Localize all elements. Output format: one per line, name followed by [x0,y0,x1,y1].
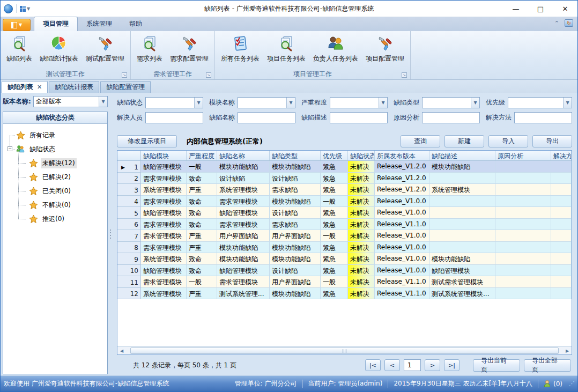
grid-cell[interactable]: 设计缺陷 [217,173,270,184]
application-menu-button[interactable]: ▼ [3,19,31,31]
grid-cell[interactable]: 测试需求管理模块 [429,276,495,288]
ribbon-button-负责人任务列表[interactable]: 负责人任务列表 [309,32,362,64]
row-selector-cell[interactable]: 12 [117,288,141,300]
grid-cell[interactable]: 系统管理模块 [141,253,187,265]
tree-item-已解决(2)[interactable]: 已解决(2) [6,170,106,184]
grid-row[interactable]: 12系统管理模块严重测试系统管理...模块功能缺陷紧急未解决Release_V1… [117,288,572,300]
grid-cell[interactable]: 致命 [187,173,217,184]
prev-page-button[interactable]: < [384,359,400,371]
row-selector-cell[interactable]: 8 [117,242,141,254]
grid-column-header-解决方法[interactable]: 解决方法 [551,151,572,160]
first-page-button[interactable]: |< [365,359,381,371]
action-button-查询[interactable]: 查询 [401,135,440,147]
grid-cell[interactable]: 未解决 [348,184,375,196]
ribbon-button-项目任务列表[interactable]: 项目任务列表 [263,32,309,64]
collapse-ribbon-icon[interactable]: ⌃ [554,20,559,27]
grid-cell[interactable] [495,207,551,219]
grid-cell[interactable]: 未解决 [348,276,375,288]
grid-cell[interactable]: 模块功能缺陷 [429,253,495,265]
grid-cell[interactable] [551,276,572,288]
chevron-down-icon[interactable]: ▼ [379,98,387,108]
scroll-left-icon[interactable]: ◀ [117,347,126,354]
last-page-button[interactable]: >| [444,359,460,371]
grid-cell[interactable] [551,161,572,173]
grid-cell[interactable]: 缺陷管理模块 [141,161,187,173]
grid-cell[interactable]: 紧急 [321,184,348,196]
grid-cell[interactable]: Release_V1.0.0 [375,207,429,219]
grid-cell[interactable]: 测试系统管理模块... [429,288,495,300]
tree-item-已关闭(0)[interactable]: 已关闭(0) [6,184,106,198]
version-select[interactable]: 全部版本 ▼ [33,96,108,107]
grid-row[interactable]: 7需求管理模块严重用户界面缺陷用户界面缺陷一般未解决Release_V1.0.0 [117,230,572,242]
grid-column-header-缺陷描述[interactable]: 缺陷描述 [429,151,495,160]
close-icon[interactable]: ✕ [37,84,42,91]
grid-column-header-所属发布版本[interactable]: 所属发布版本 [375,151,429,160]
grid-row[interactable]: 8需求管理模块严重模块功能缺陷模块功能缺陷紧急未解决Release_V1.0.0 [117,242,572,254]
filter-select-优先级[interactable]: ▼ [508,97,572,108]
grid-cell[interactable]: 一般 [321,196,348,208]
grid-cell[interactable]: 严重 [187,230,217,242]
grid-row[interactable]: 10缺陷管理模块致命缺陷管理模块设计缺陷紧急未解决Release_V1.0.0缺… [117,265,572,277]
grid-cell[interactable] [495,161,551,173]
row-selector-cell[interactable]: 3 [117,184,141,196]
export-current-page-button[interactable]: 导出当前页 [473,359,520,372]
grid-cell[interactable]: 致命 [187,265,217,277]
grid-cell[interactable]: 致命 [187,207,217,219]
grid-cell[interactable]: 系统管理模块 [217,184,270,196]
grid-cell[interactable]: 紧急 [321,288,348,300]
grid-cell[interactable]: 模块功能缺陷 [270,161,321,173]
grid-cell[interactable]: 致命 [187,253,217,265]
grid-cell[interactable]: 缺陷管理模块 [141,265,187,277]
filter-input-原因分析[interactable] [422,112,480,123]
grid-cell[interactable] [495,196,551,208]
grid-cell[interactable] [551,242,572,254]
grid-cell[interactable]: 紧急 [321,242,348,254]
grid-cell[interactable] [551,265,572,277]
ribbon-button-所有任务列表[interactable]: 所有任务列表 [217,32,263,64]
grid-cell[interactable]: 需求管理模块 [217,276,270,288]
grid-cell[interactable]: 致命 [187,219,217,231]
grid-cell[interactable]: 用户界面缺陷 [217,230,270,242]
chevron-down-icon[interactable]: ▼ [194,98,203,108]
grid-row[interactable]: ▶1缺陷管理模块一般模块功能缺陷模块功能缺陷紧急未解决Release_V1.2.… [117,161,572,173]
grid-cell[interactable] [495,253,551,265]
close-button[interactable]: ✕ [553,1,577,17]
ribbon-button-需求列表[interactable]: 需求列表 [133,32,166,64]
dialog-launcher-icon[interactable]: ↘ [206,72,211,78]
grid-row[interactable]: 5缺陷管理模块致命缺陷管理模块设计缺陷紧急未解决Release_V1.0.0 [117,207,572,219]
tree-item-未解决(12)[interactable]: 未解决(12) [6,156,106,170]
splitter-handle[interactable] [108,93,113,375]
filter-input-缺陷名称[interactable] [238,112,295,123]
grid-column-header-缺陷类型[interactable]: 缺陷类型 [270,151,321,160]
grid-cell[interactable] [551,219,572,231]
filter-input-解决人员[interactable] [145,112,203,123]
grid-cell[interactable]: Release_V1.2.0 [375,161,429,173]
grid-cell[interactable]: Release_V1.1.0 [375,288,429,300]
ribbon-button-缺陷统计报表[interactable]: 缺陷统计报表 [36,32,82,64]
grid-cell[interactable]: 需求管理模块 [141,230,187,242]
grid-cell[interactable]: 系统管理模块 [141,184,187,196]
grid-cell[interactable] [495,184,551,196]
grid-cell[interactable]: 未解决 [348,207,375,219]
grid-cell[interactable]: 严重 [187,288,217,300]
grid-cell[interactable]: 紧急 [321,253,348,265]
grid-cell[interactable]: 模块功能缺陷 [270,253,321,265]
grid-cell[interactable]: 需求管理模块 [217,219,270,231]
grid-cell[interactable]: 模块功能缺陷 [270,196,321,208]
page-number-input[interactable]: 1 [404,359,421,371]
grid-cell[interactable] [551,184,572,196]
grid-cell[interactable] [429,207,495,219]
grid-cell[interactable]: Release_V1.2.0 [375,184,429,196]
tree-item-推迟(0)[interactable]: 推迟(0) [6,212,106,226]
resize-grip-icon[interactable]: ⋰ [569,380,574,387]
grid-cell[interactable] [429,196,495,208]
horizontal-scrollbar[interactable]: ◀ ▶ [117,346,572,354]
row-selector-cell[interactable]: 7 [117,230,141,242]
grid-cell[interactable]: 需求缺陷 [270,219,321,231]
grid-cell[interactable]: 模块功能缺陷 [429,161,495,173]
grid-cell[interactable]: 模块功能缺陷 [217,242,270,254]
grid-cell[interactable] [551,196,572,208]
grid-cell[interactable]: 系统管理模块 [429,184,495,196]
grid-cell[interactable]: 设计缺陷 [270,265,321,277]
action-button-导出[interactable]: 导出 [532,135,572,147]
